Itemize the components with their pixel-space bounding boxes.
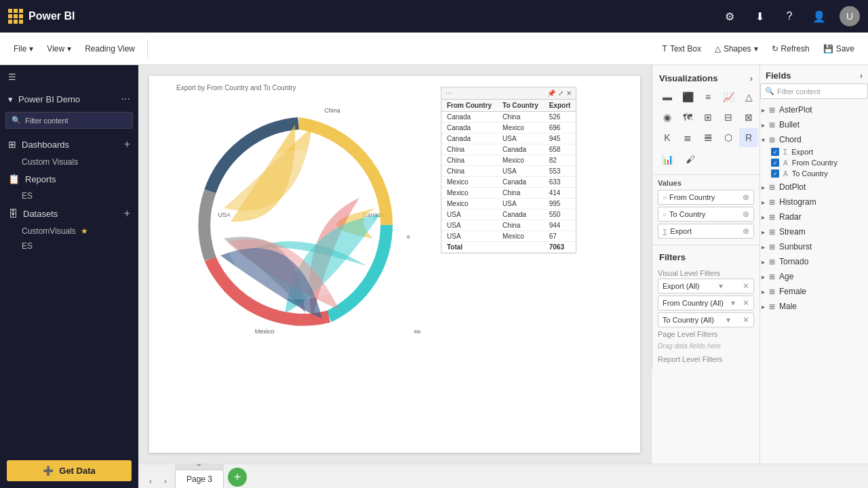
export-filter-remove[interactable]: ✕ [743,281,749,291]
field-group-stream: ▸⊞Stream [760,225,868,239]
fields-expand[interactable]: › [860,71,863,81]
get-data-icon: ➕ [43,466,54,476]
from-country-filter-chip[interactable]: From Country (All) ▾ ✕ [658,296,754,310]
export-remove[interactable]: ⊗ [743,226,749,236]
viz-bar-icon[interactable]: 📊 [658,150,677,169]
from-country-remove[interactable]: ⊗ [743,192,749,202]
help-icon[interactable]: ? [780,7,799,26]
download-icon[interactable]: ⬇ [750,7,769,26]
table-menu-icon[interactable]: ⋯ [446,89,452,97]
field-group-header-asterplot[interactable]: ▸⊞AsterPlot [760,103,868,117]
sidebar-item-customvisuals2[interactable]: CustomVisuals ★ [0,224,138,239]
sidebar-item-reports[interactable]: 📋 Reports [0,169,138,188]
slicer-btn[interactable]: ≣ [678,128,697,147]
datasets-add[interactable]: + [124,207,130,220]
to-country-chip[interactable]: ○ To Country ⊗ [658,207,754,222]
to-country-filter-chip[interactable]: To Country (All) ▾ ✕ [658,312,754,327]
field-group-header-female[interactable]: ▸⊞Female [760,285,868,298]
settings-icon[interactable]: ⚙ [720,7,739,26]
field-group-header-bullet[interactable]: ▸⊞Bullet [760,118,868,131]
table-pin-icon[interactable]: 📌 [547,89,555,97]
field-group-label: DotPlot [779,182,806,192]
field-group-header-histogram[interactable]: ▸⊞Histogram [760,195,868,209]
col-to-country[interactable]: To Country [497,100,544,112]
field-group-header-male[interactable]: ▸⊞Male [760,300,868,313]
pie-chart-btn[interactable]: ◉ [658,108,677,127]
tab-next[interactable]: › [159,474,172,488]
field-table-icon: ⊞ [769,106,775,115]
field-group-header-age[interactable]: ▸⊞Age [760,270,868,283]
app-logo[interactable]: Power BI [8,9,75,24]
col-export[interactable]: Export [544,100,576,112]
table-row: MexicoChina414 [441,188,576,199]
viz-paint-icon[interactable]: 🖌 [681,150,700,169]
sidebar-item-dashboards[interactable]: ⊞ Dashboards + [0,134,138,155]
sidebar-item-datasets[interactable]: 🗄 Datasets + [0,203,138,224]
avatar[interactable]: U [840,6,860,26]
from-country-filter-remove[interactable]: ✕ [743,298,749,308]
tab-prev[interactable]: ‹ [144,474,157,488]
col-from-country[interactable]: From Country [441,100,497,112]
field-group-header-stream[interactable]: ▸⊞Stream [760,225,868,239]
sidebar-search-box[interactable]: 🔍 Filter content [5,112,133,129]
file-menu[interactable]: File ▾ [8,41,39,56]
matrix-btn[interactable]: ⊠ [739,108,758,127]
to-country-filter-remove[interactable]: ✕ [743,315,749,325]
100pct-bar-btn[interactable]: ≡ [698,87,717,106]
svg-point-4 [224,150,373,300]
sidebar-item-custom-visuals[interactable]: Custom Visuals [0,155,138,169]
line-chart-btn[interactable]: 📈 [719,87,738,106]
to-country-filter-expand[interactable]: ▾ [726,315,730,325]
fields-search-box[interactable]: 🔍 Filter content [760,83,868,99]
table-expand-icon[interactable]: ⤢ [558,89,564,97]
funnel-btn[interactable]: ⬡ [719,128,738,147]
table-close-icon[interactable]: ✕ [566,89,572,97]
shapes-button[interactable]: △ Shapes ▾ [709,41,764,56]
export-chip[interactable]: ∑ Export ⊗ [658,224,754,239]
sidebar: ☰ ▾ Power BI Demo ··· 🔍 Filter content ⊞… [0,65,138,488]
field-group-header-radar[interactable]: ▸⊞Radar [760,210,868,224]
export-filter-chip[interactable]: Export (All) ▾ ✕ [658,279,754,293]
area-chart-btn[interactable]: △ [739,87,758,106]
map-btn[interactable]: 🗺 [678,108,697,127]
workspace-more[interactable]: ··· [121,93,130,105]
from-country-chip[interactable]: ○ From Country ⊗ [658,190,754,205]
dashboards-add[interactable]: + [124,138,130,150]
field-item-from-country[interactable]: AFrom Country [760,157,868,168]
sidebar-item-es2[interactable]: ES [0,239,138,253]
viz-panel-title: Visualizations [659,73,717,83]
reading-view-button[interactable]: Reading View [79,41,140,56]
view-menu[interactable]: View ▾ [41,41,77,56]
stacked-bar-btn[interactable]: ▬ [658,87,677,106]
viz-panel-expand[interactable]: › [750,74,753,83]
get-data-button[interactable]: ➕ Get Data [7,460,132,481]
field-group-header-chord[interactable]: ▾⊞Chord [760,133,868,146]
textbox-button[interactable]: T Text Box [657,41,707,56]
field-item-to-country[interactable]: ATo Country [760,168,868,179]
tab-add-button[interactable]: + [228,468,247,487]
shapes-label: Shapes [724,44,751,54]
from-country-filter-expand[interactable]: ▾ [731,298,735,308]
r-custom-btn[interactable]: R [739,128,758,147]
sidebar-item-es[interactable]: ES [0,188,138,203]
clustered-bar-btn[interactable]: ⬛ [678,87,697,106]
chord-diagram[interactable]: USA Mexico Canada China [176,103,434,361]
field-group-header-sunburst[interactable]: ▸⊞Sunburst [760,240,868,253]
refresh-button[interactable]: ↻ Refresh [766,41,815,56]
kpi-btn[interactable]: K [658,128,677,147]
account-icon[interactable]: 👤 [810,7,829,26]
tab-3[interactable]: Page 3 [175,470,224,488]
filled-map-btn[interactable]: ⊞ [698,108,717,127]
export-filter-expand[interactable]: ▾ [719,281,723,291]
to-country-remove[interactable]: ⊗ [743,209,749,219]
report-canvas[interactable]: Export by From Country and To Country US… [149,76,640,453]
field-group-header-dotplot[interactable]: ▸⊞DotPlot [760,180,868,194]
field-group-expand-icon: ▸ [762,243,765,251]
field-item-export[interactable]: ΣExport [760,146,868,157]
field-group-header-tornado[interactable]: ▸⊞Tornado [760,255,868,268]
waterfall-btn[interactable]: 𝌆 [698,128,717,147]
table-btn[interactable]: ⊟ [719,108,738,127]
save-button[interactable]: 💾 Save [818,41,860,56]
hamburger-icon[interactable]: ☰ [8,72,16,82]
sidebar-workspace[interactable]: ▾ Power BI Demo ··· [0,89,138,109]
